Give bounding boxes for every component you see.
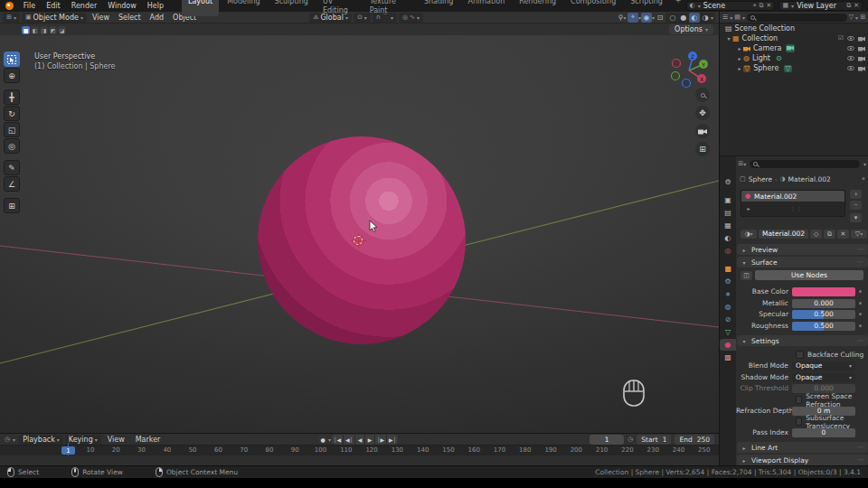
blender-logo-icon[interactable] [5, 2, 14, 10]
transform-tool[interactable]: ◎ [4, 138, 20, 154]
unlink-material-button[interactable]: ✕ [837, 230, 849, 239]
disclosure-icon[interactable]: ▾ [725, 35, 732, 42]
navigation-gizmo[interactable]: Y X Z [668, 48, 712, 91]
pin-icon[interactable]: ⌖ [862, 176, 865, 183]
new-collection-icon[interactable]: ⊞ [860, 14, 865, 21]
tab-material[interactable]: ● [720, 339, 736, 351]
shadow-mode-select[interactable]: Opaque ▾ [792, 373, 855, 382]
breadcrumb-material[interactable]: Material.002 [788, 175, 831, 183]
editor-type-selector[interactable]: ⊞ ▾ [3, 13, 20, 23]
panel-line-art[interactable]: ▸ Line Art ⋯ [737, 442, 868, 453]
playback-menu[interactable]: Playback ▾ [19, 435, 63, 445]
animate-dot-icon[interactable] [859, 324, 862, 327]
render-visibility-icon[interactable] [858, 46, 865, 52]
move-tool[interactable]: ╋ [4, 89, 20, 105]
panel-preview[interactable]: ▸ Preview ⋯ [737, 244, 868, 255]
add-cube-tool[interactable]: ⊞ [4, 198, 20, 213]
viewport-canvas[interactable]: Y X Z ✥ ⊞ User Perspective (1) Collectio… [0, 35, 719, 433]
tab-scripting[interactable]: Scripting [624, 0, 669, 16]
tab-texture-paint[interactable]: Texture Paint [363, 0, 416, 16]
tab-object-data[interactable]: ▽ [721, 326, 735, 338]
material-name-field[interactable]: Material.002 [759, 230, 808, 239]
gizmo-z-neg-axis[interactable] [683, 80, 691, 88]
tab-animation[interactable]: Animation [461, 0, 511, 16]
rotate-tool[interactable]: ↻ [4, 106, 20, 121]
breadcrumb-object[interactable]: Sphere [749, 175, 772, 183]
add-slot-button[interactable]: ＋ [850, 190, 862, 199]
menu-file[interactable]: File [18, 0, 41, 12]
current-frame-field[interactable]: 1 [590, 435, 624, 445]
list-expand-icon[interactable]: ▸ [745, 205, 752, 211]
timeline-editor-icon[interactable]: ◷ [5, 436, 10, 443]
outliner-row-sphere[interactable]: ▸ ▽ Sphere ▽ [720, 63, 868, 73]
animate-dot-icon[interactable] [859, 302, 862, 305]
play-reverse-button[interactable]: ◀ [355, 435, 364, 445]
measure-tool[interactable]: ∠ [4, 176, 20, 192]
current-frame-badge[interactable]: 1 [61, 446, 75, 455]
tab-render[interactable]: ▣ [721, 194, 735, 206]
tab-layout[interactable]: Layout [182, 0, 219, 16]
scene-selector[interactable]: ◐ ▾ Scene ⌖ ⧉ ✕ [686, 1, 776, 11]
tab-scene[interactable]: ◐ [721, 232, 735, 244]
tab-uv-editing[interactable]: UV Editing [316, 0, 362, 16]
start-frame-field[interactable]: Start 1 [637, 435, 671, 445]
jump-to-end-button[interactable]: ▶⏐ [387, 435, 398, 445]
pin-icon[interactable]: ⌖ [753, 3, 757, 9]
prev-keyframe-button[interactable]: ◀⏐ [344, 435, 354, 445]
select-mode-new-button[interactable]: ■ [22, 26, 30, 34]
fake-user-button[interactable]: ◇ [810, 230, 822, 239]
material-filter-button[interactable]: ▽▾ [851, 230, 867, 239]
remove-slot-button[interactable]: － [850, 201, 862, 210]
add-workspace-button[interactable]: + [671, 0, 686, 16]
screen-space-refraction-checkbox[interactable] [796, 396, 802, 404]
menu-window[interactable]: Window [102, 0, 142, 12]
end-frame-field[interactable]: End 250 [675, 435, 714, 445]
eye-icon[interactable] [847, 36, 854, 41]
view-layer-selector[interactable]: ▦ ▾ View Layer ⧉ ✕ [778, 1, 863, 11]
timeline-marker-menu[interactable]: Marker [130, 434, 166, 446]
disclosure-icon[interactable]: ▸ [736, 55, 743, 61]
pass-index-field[interactable]: 0 [792, 428, 855, 437]
select-mode-invert-button[interactable]: ◩ [49, 26, 57, 34]
tab-sculpting[interactable]: Sculpting [269, 0, 315, 16]
menu-help[interactable]: Help [142, 0, 169, 12]
panel-options-icon[interactable]: ⋯ [857, 337, 864, 344]
scale-tool[interactable]: ◱ [4, 122, 20, 137]
tab-texture[interactable]: ▩ [721, 352, 735, 363]
slot-specials-button[interactable]: ▾ [850, 213, 862, 222]
new-view-layer-icon[interactable]: ⧉ [846, 3, 851, 9]
options-button[interactable]: Options ▾ [669, 24, 713, 34]
tab-object[interactable]: ■ [721, 263, 735, 275]
panel-options-icon[interactable]: ⋯ [857, 246, 864, 253]
menu-view[interactable]: View [88, 12, 114, 23]
tab-output[interactable]: ▤ [721, 207, 735, 219]
camera-view-button[interactable] [695, 124, 710, 138]
subsurface-translucency-checkbox[interactable] [796, 418, 802, 426]
tab-modeling[interactable]: Modeling [221, 0, 266, 16]
panel-viewport-display[interactable]: ▸ Viewport Display ⋯ [737, 455, 868, 465]
render-visibility-icon[interactable] [858, 66, 865, 71]
pan-view-button[interactable]: ✥ [695, 106, 710, 120]
tab-modifiers[interactable]: ⚙ [721, 276, 735, 287]
eye-icon[interactable] [847, 66, 854, 70]
outliner-editor-icon[interactable]: ☰ [722, 14, 728, 21]
panel-surface[interactable]: ▾ Surface ⋯ [737, 257, 868, 267]
panel-options-icon[interactable]: ⋯ [857, 258, 864, 266]
select-mode-intersect-button[interactable]: ◪ [58, 26, 66, 34]
blend-mode-select[interactable]: Opaque ▾ [792, 361, 855, 371]
display-mode-icon[interactable]: ▤ [734, 14, 741, 21]
backface-culling-checkbox[interactable] [796, 351, 804, 359]
select-mode-extend-button[interactable]: ◧ [31, 26, 39, 34]
panel-options-icon[interactable]: ⋯ [857, 444, 864, 451]
tab-compositing[interactable]: Compositing [564, 0, 622, 16]
browse-material-button[interactable]: ◑▾ [741, 230, 757, 239]
animate-dot-icon[interactable] [859, 313, 862, 315]
material-slot-row[interactable]: ● Material.002 [741, 191, 844, 202]
collection-checkbox[interactable]: ☑ [838, 35, 844, 42]
outliner-row-collection[interactable]: ▾ ▦ Collection ☑ [720, 33, 868, 43]
list-grip-icon[interactable]: ⋮⋮ [790, 205, 803, 211]
filter-icon[interactable]: ▽ [849, 14, 854, 21]
tab-tool[interactable]: ⚙ [721, 176, 735, 188]
remove-view-layer-icon[interactable]: ✕ [854, 3, 859, 9]
timeline-ruler[interactable]: 1020304050607080901001101201301401501601… [0, 446, 719, 455]
